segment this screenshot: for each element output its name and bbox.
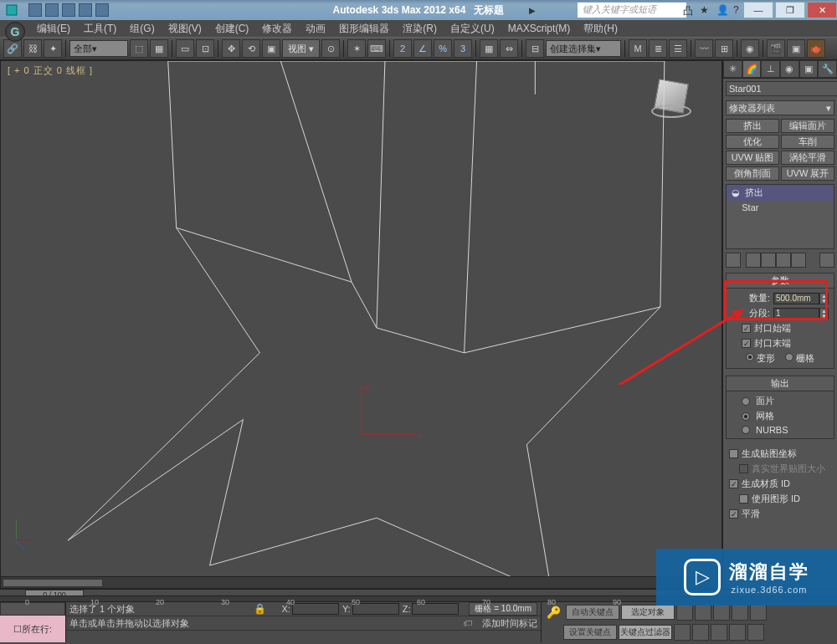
remove-mod-icon[interactable] (776, 253, 791, 268)
mirror2-icon[interactable]: M (629, 39, 647, 58)
qat-open-icon[interactable] (45, 3, 59, 17)
link-icon[interactable]: 🔗 (3, 39, 22, 58)
window-cross-icon[interactable]: ⊡ (196, 39, 214, 58)
tab-modify[interactable]: 🌈 (742, 60, 762, 78)
rotate-icon[interactable]: ⟲ (242, 39, 260, 58)
nav-max-icon[interactable] (747, 624, 764, 641)
lock-icon[interactable]: 🔒 (254, 603, 266, 615)
render-frame-icon[interactable]: ▣ (787, 39, 805, 58)
pin-stack-icon[interactable] (726, 253, 741, 268)
tab-create[interactable]: ✳ (723, 60, 742, 78)
viewport-hscrollbar[interactable] (1, 576, 710, 588)
pivot-icon[interactable]: ⊙ (321, 39, 340, 58)
stack-options-icon[interactable] (819, 253, 834, 268)
qat-undo-icon[interactable] (79, 3, 92, 17)
add-time-marker[interactable]: 添加时间标记 (482, 617, 537, 630)
qat-redo-icon[interactable] (95, 3, 109, 17)
play-icon[interactable] (713, 604, 730, 621)
rollout-header[interactable]: 输出 (727, 376, 834, 391)
curve-editor-icon[interactable]: 〰 (695, 39, 713, 58)
object-name-input[interactable] (726, 81, 837, 96)
show-end-icon[interactable] (746, 253, 761, 268)
render-icon[interactable]: 🫖 (807, 39, 825, 58)
mesh-radio[interactable] (742, 412, 750, 421)
cap-start-checkbox[interactable]: ✓ (742, 324, 751, 333)
tab-hierarchy[interactable]: ⊥ (761, 60, 780, 78)
nav-fov-icon[interactable] (729, 624, 746, 641)
menu-grapheditors[interactable]: 图形编辑器 (332, 22, 396, 36)
user-icon[interactable]: 👤 (716, 4, 728, 16)
qat-new-icon[interactable] (28, 3, 42, 17)
mapcoords-checkbox[interactable] (729, 449, 738, 458)
setkey-button[interactable]: 设置关键点 (563, 625, 617, 640)
preset-turbosmooth[interactable]: 涡轮平滑 (781, 151, 834, 165)
snap-spinner-icon[interactable]: 3 (454, 39, 472, 58)
info-icon[interactable]: 凸 (683, 4, 695, 16)
menu-create[interactable]: 创建(C) (208, 22, 256, 36)
move-icon[interactable]: ✥ (222, 39, 240, 58)
preset-extrude[interactable]: 挤出 (726, 119, 779, 133)
goto-end-icon[interactable] (750, 604, 767, 621)
cap-end-checkbox[interactable]: ✓ (742, 339, 751, 348)
selection-filter-dropdown[interactable]: 全部 ▾ (69, 40, 128, 57)
mirror-icon[interactable]: ⇔ (500, 39, 518, 58)
scale-icon[interactable]: ▣ (262, 39, 280, 58)
modifier-list-dropdown[interactable]: 修改器列表▾ (726, 100, 834, 115)
menu-customize[interactable]: 自定义(U) (444, 22, 501, 36)
configure-icon[interactable] (791, 253, 806, 268)
select-icon[interactable]: ⬚ (130, 39, 148, 58)
menu-modifiers[interactable]: 修改器 (255, 22, 299, 36)
nurbs-radio[interactable] (742, 426, 750, 434)
menu-help[interactable]: 帮助(H) (577, 22, 624, 36)
star-icon[interactable]: ★ (700, 4, 711, 16)
menu-group[interactable]: 组(G) (123, 22, 161, 36)
refcoord-dropdown[interactable]: 视图 ▾ (282, 39, 320, 58)
nav-pan-icon[interactable] (674, 624, 691, 641)
preset-uvwmap[interactable]: UVW 贴图 (726, 151, 779, 165)
align2-icon[interactable]: ≣ (649, 39, 667, 58)
minimize-button[interactable]: — (743, 2, 773, 18)
snap-2d-icon[interactable]: 2 (393, 39, 412, 58)
unlink-icon[interactable]: ⛓ (23, 39, 42, 58)
select-name-icon[interactable]: ▦ (150, 39, 168, 58)
menu-views[interactable]: 视图(V) (162, 22, 208, 36)
menu-rendering[interactable]: 渲染(R) (396, 22, 444, 36)
render-setup-icon[interactable]: 🎬 (767, 39, 785, 58)
material-editor-icon[interactable]: ◉ (741, 39, 759, 58)
keyfilters-button[interactable]: 关键点过滤器 (619, 625, 672, 640)
qat-save-icon[interactable] (62, 3, 75, 17)
rect-select-icon[interactable]: ▭ (176, 39, 194, 58)
tab-motion[interactable]: ◉ (780, 60, 799, 78)
manip-icon[interactable]: ✶ (347, 39, 366, 58)
modifier-stack[interactable]: ◒ 挤出 Star (726, 184, 834, 249)
maximize-button[interactable]: ❐ (775, 2, 805, 18)
smooth-checkbox[interactable]: ✓ (729, 509, 738, 519)
time-tag-icon[interactable]: 🏷 (463, 618, 472, 628)
script-mini-listener[interactable] (0, 602, 65, 616)
preset-editpatch[interactable]: 编辑面片 (781, 119, 834, 133)
nav-zoomext-icon[interactable] (711, 624, 727, 641)
selectionset-button[interactable]: 选定对象 (621, 605, 675, 620)
schematic-icon[interactable]: ⊞ (715, 39, 733, 58)
prev-frame-icon[interactable] (695, 604, 711, 621)
morph-radio[interactable] (746, 353, 754, 361)
grid-radio[interactable] (785, 353, 793, 361)
make-unique-icon[interactable] (761, 253, 776, 268)
key-icon[interactable]: 🔑 (547, 606, 561, 619)
autokey-button[interactable]: 自动关键点 (566, 605, 619, 620)
next-frame-icon[interactable] (732, 604, 748, 621)
tab-display[interactable]: ▣ (799, 60, 819, 78)
layers-icon[interactable]: ☰ (669, 39, 687, 58)
goto-start-icon[interactable] (676, 604, 693, 621)
snap-angle-icon[interactable]: ∠ (413, 39, 432, 58)
nav-zoom-icon[interactable] (692, 624, 709, 641)
viewport[interactable]: [ + 0 正交 0 线框 ] (0, 60, 722, 589)
named-sel-icon[interactable]: ▦ (480, 39, 498, 58)
snap-percent-icon[interactable]: % (434, 39, 452, 58)
mod-stack-item[interactable]: ◒ 挤出 (727, 185, 834, 201)
close-button[interactable]: ✕ (807, 2, 837, 18)
menu-animation[interactable]: 动画 (299, 22, 332, 36)
menu-maxscript[interactable]: MAXScript(M) (501, 23, 578, 34)
app-menu-button[interactable]: G (5, 22, 25, 42)
preset-uvwunwrap[interactable]: UVW 展开 (781, 166, 834, 181)
